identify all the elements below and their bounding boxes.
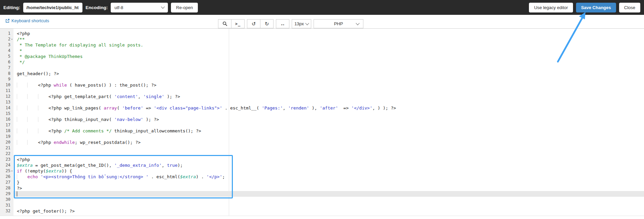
save-changes-button[interactable]: Save Changes [576,3,616,12]
code-text[interactable] [13,197,644,202]
code-line[interactable]: 9 [0,76,644,82]
code-line[interactable]: 8get_header(); ?> [0,71,644,76]
code-line[interactable]: 12 <?php get_template_part( 'content', '… [0,94,644,99]
code-text[interactable]: <?php thinkup_input_nav( 'nav-below' ); … [13,117,644,122]
code-line[interactable]: 31 [0,202,644,208]
code-text[interactable]: <?php [13,31,644,36]
terminal-icon: >_ [235,22,241,26]
fit-width-button[interactable]: ↔ [276,19,289,28]
font-size-select[interactable]: 13px [292,19,311,28]
code-line[interactable]: 30 [0,197,644,202]
code-line[interactable]: 24$extra = get_post_meta(get_the_ID(), '… [0,162,644,168]
code-line[interactable]: 10 <?php while ( have_posts() ) : the_po… [0,82,644,88]
code-line[interactable]: 1<?php [0,31,644,36]
fold-marker-icon[interactable]: ▾ [10,36,13,42]
line-number: 31 [0,202,13,208]
code-text[interactable]: echo '<p><strong>Thông tin bổ sung:</str… [13,174,644,180]
code-line[interactable]: 27} [0,180,644,185]
code-line[interactable]: 3 * The Template for displaying all sing… [0,42,644,48]
code-text[interactable]: <?php while ( have_posts() ) : the_post(… [13,82,644,88]
code-line[interactable]: 21 [0,145,644,151]
code-text[interactable] [13,151,644,157]
code-text[interactable]: ?> [13,185,644,191]
keyboard-shortcuts-label: Keyboard shortcuts [11,18,49,23]
code-line[interactable]: 26 echo '<p><strong>Thông tin bổ sung:</… [0,174,644,180]
code-line[interactable]: 29 [0,191,644,197]
code-line[interactable]: 17 [0,122,644,128]
code-line[interactable]: 5 * @package ThinkUpThemes [0,54,644,59]
encoding-select[interactable]: utf-8 [111,3,168,12]
file-path-input[interactable] [23,3,82,12]
code-text[interactable]: <?php /* Add comments */ thinkup_input_a… [13,128,644,134]
undo-redo-group: ↺ ↻ [247,19,274,28]
code-line[interactable]: 4 * [0,48,644,54]
line-number: 1 [0,31,13,36]
use-legacy-editor-button[interactable]: Use legacy editor [529,3,573,12]
code-text[interactable]: <?php wp_link_pages( array( 'before' => … [13,105,644,111]
code-line[interactable]: 7 [0,65,644,71]
code-line[interactable]: 15 [0,111,644,117]
code-line[interactable]: 25▾if (!empty($extra)) { [0,168,644,174]
line-number: 5 [0,54,13,59]
code-line[interactable]: 6 */ [0,59,644,65]
code-line[interactable]: 19 [0,134,644,139]
search-button[interactable] [218,19,231,28]
code-text[interactable]: <?php get_template_part( 'content', 'sin… [13,94,644,99]
line-number: 14 [0,105,13,111]
code-line[interactable]: 22 [0,151,644,157]
code-line[interactable]: 16 <?php thinkup_input_nav( 'nav-below' … [0,117,644,122]
undo-icon: ↺ [252,21,256,27]
line-number: 18 [0,128,13,134]
syntax-mode-value: PHP [334,21,343,26]
keyboard-shortcuts-link[interactable]: Keyboard shortcuts [5,18,49,23]
code-line[interactable]: 32<?php get_footer(); ?> [0,208,644,214]
code-text[interactable] [13,76,644,82]
code-text[interactable] [13,191,644,197]
undo-button[interactable]: ↺ [247,19,260,28]
line-number: 7 [0,65,13,71]
line-number: 26 [0,174,13,180]
code-line[interactable]: 14 <?php wp_link_pages( array( 'before' … [0,105,644,111]
line-number: 25▾ [0,168,13,174]
code-text[interactable] [13,145,644,151]
line-number: 2▾ [0,36,13,42]
code-line[interactable]: 2▾/** [0,36,644,42]
line-number: 8 [0,71,13,76]
code-text[interactable] [13,65,644,71]
code-text[interactable] [13,134,644,139]
code-text[interactable]: $extra = get_post_meta(get_the_ID(), '_d… [13,162,644,168]
code-text[interactable]: <?php get_footer(); ?> [13,208,644,214]
code-text[interactable]: <?php endwhile; wp_reset_postdata(); ?> [13,139,644,145]
code-text[interactable] [13,122,644,128]
code-line[interactable]: 28?> [0,185,644,191]
code-text[interactable]: /** [13,36,644,42]
code-line[interactable]: 23<?php [0,157,644,162]
terminal-button[interactable]: >_ [231,19,245,28]
code-text[interactable]: } [13,180,644,185]
code-line[interactable]: 13 [0,99,644,105]
code-text[interactable]: if (!empty($extra)) { [13,168,644,174]
code-text[interactable]: * @package ThinkUpThemes [13,54,644,59]
code-text[interactable] [13,111,644,117]
external-link-icon [5,19,10,23]
line-number: 27 [0,180,13,185]
code-text[interactable]: <?php [13,157,644,162]
close-button[interactable]: Close [619,3,640,12]
code-line[interactable]: 20 <?php endwhile; wp_reset_postdata(); … [0,139,644,145]
line-number: 11 [0,88,13,94]
text-cursor [17,191,17,196]
code-text[interactable]: * The Template for displaying all single… [13,42,644,48]
redo-button[interactable]: ↻ [260,19,274,28]
code-text[interactable] [13,88,644,94]
code-text[interactable]: * [13,48,644,54]
code-line[interactable]: 18 <?php /* Add comments */ thinkup_inpu… [0,128,644,134]
code-text[interactable]: get_header(); ?> [13,71,644,76]
code-text[interactable] [13,202,644,208]
code-editor[interactable]: 1<?php2▾/**3 * The Template for displayi… [0,29,644,216]
code-text[interactable]: */ [13,59,644,65]
syntax-mode-select[interactable]: PHP [314,19,363,28]
fold-marker-icon[interactable]: ▾ [10,168,13,174]
reopen-button[interactable]: Re-open [171,3,198,12]
code-line[interactable]: 11 [0,88,644,94]
code-text[interactable] [13,99,644,105]
